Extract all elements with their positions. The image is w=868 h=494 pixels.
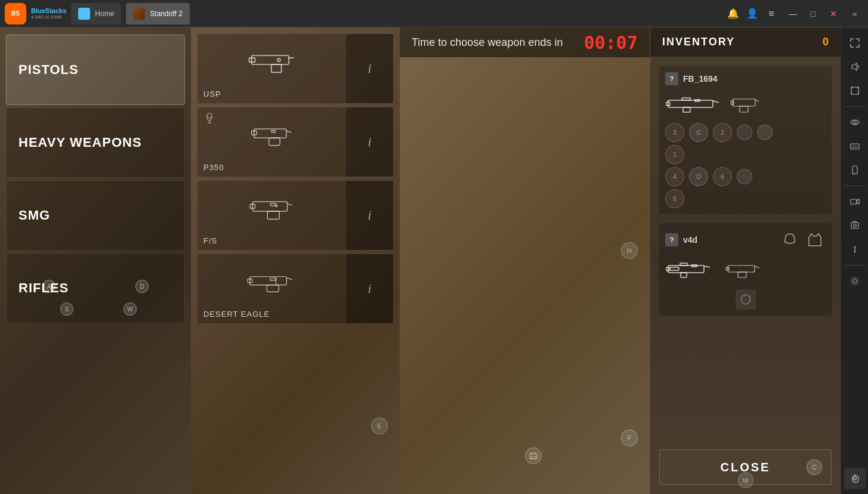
expand-icon[interactable]: [844, 32, 866, 54]
svg-line-41: [704, 266, 710, 267]
slot-row-2: 1: [665, 145, 826, 164]
weapon-usp-image: [203, 39, 339, 87]
weapon-desert-eagle[interactable]: DESERT EAGLE i: [197, 254, 394, 324]
window-controls: — □ ✕: [784, 5, 842, 22]
loadout-fb1694-name: FB_1694: [683, 74, 718, 84]
svg-rect-9: [269, 138, 280, 146]
minimize-button[interactable]: —: [784, 5, 801, 22]
secondary-weapon-svg: [728, 94, 761, 115]
svg-rect-12: [271, 131, 276, 132]
category-pistols[interactable]: PISTOLS: [6, 35, 185, 105]
usp-svg: [242, 47, 301, 79]
eye-icon[interactable]: [844, 112, 866, 133]
svg-rect-17: [270, 203, 275, 206]
v4d-secondary-svg: [725, 261, 761, 280]
notification-icon[interactable]: 🔔: [725, 5, 742, 22]
loadout-v4d-name: v4d: [683, 235, 697, 245]
timer-value: 00:07: [584, 32, 638, 53]
equipment-icons: [779, 229, 826, 251]
svg-rect-14: [267, 211, 279, 219]
key-h-hint: H: [621, 242, 638, 259]
keyboard-icon[interactable]: [844, 135, 866, 157]
slot-c: C: [689, 123, 708, 142]
svg-rect-43: [670, 267, 679, 270]
svg-rect-30: [683, 107, 690, 112]
side-divider-2: [844, 186, 866, 186]
slot-row-4: 5: [665, 189, 826, 208]
svg-rect-37: [668, 265, 704, 273]
fullscreen-icon[interactable]: [844, 80, 866, 101]
de-svg: [242, 267, 301, 300]
secondary-weapon-slot[interactable]: [728, 91, 761, 118]
settings-icon[interactable]: [844, 468, 866, 489]
tab-standoff2[interactable]: Standoff 2: [126, 3, 190, 24]
p350-svg: [242, 120, 301, 153]
close-key-hint: C: [807, 459, 822, 475]
p350-mic-icon: [203, 112, 215, 126]
svg-rect-20: [267, 285, 279, 292]
v4d-primary-slot[interactable]: [665, 257, 719, 283]
weapon-usp[interactable]: USP i: [197, 33, 394, 104]
weapon-p350-preview: P350: [197, 107, 345, 177]
svg-line-69: [852, 278, 853, 279]
category-smg[interactable]: SMG: [6, 180, 185, 251]
svg-rect-23: [270, 278, 276, 280]
weapon-p350-info[interactable]: i: [345, 107, 393, 177]
svg-point-50: [853, 121, 856, 124]
account-icon[interactable]: 👤: [744, 5, 761, 22]
loadout-fb1694-header: ? FB_1694: [665, 72, 826, 85]
svg-point-18: [276, 205, 277, 206]
primary-weapon-slot[interactable]: [665, 91, 722, 118]
maximize-button[interactable]: □: [805, 5, 821, 22]
video-icon[interactable]: [844, 191, 866, 212]
svg-rect-1: [271, 64, 282, 72]
bluestacks-logo: BS: [5, 3, 26, 24]
home-tab-icon: [78, 8, 90, 20]
slot-4: 4: [665, 167, 684, 186]
v4d-secondary-slot[interactable]: [725, 257, 761, 283]
weapon-de-info[interactable]: i: [345, 254, 393, 323]
weapon-categories-panel: PISTOLS HEAVY WEAPONS SMG RIFLES W A D S: [0, 27, 191, 494]
svg-rect-8: [254, 129, 286, 138]
category-rifles[interactable]: RIFLES W A D S: [6, 253, 185, 323]
collapse-icon[interactable]: «: [847, 5, 863, 22]
bluestacks-brand: BlueStacks 4.180.10.1006: [31, 7, 66, 20]
more-icon[interactable]: [844, 239, 866, 260]
slot-row-1: 3 C 2: [665, 123, 826, 142]
weapon-p350[interactable]: P350 i: [197, 107, 394, 177]
timer-bar: Time to choose weapon ends in 00:07: [400, 27, 650, 57]
tab-standoff2-label: Standoff 2: [150, 10, 183, 18]
right-side-panel: [841, 27, 868, 494]
tab-home[interactable]: Home: [71, 3, 121, 24]
loadout-fb1694: ? FB_1694: [659, 66, 832, 214]
category-heavy-weapons[interactable]: HEAVY WEAPONS: [6, 107, 185, 178]
menu-icon[interactable]: ≡: [763, 5, 780, 22]
svg-line-16: [288, 204, 292, 206]
timer-label: Time to choose weapon ends in: [412, 36, 584, 49]
weapon-fs-image: [203, 186, 339, 234]
volume-icon[interactable]: [844, 56, 866, 78]
play-area: Time to choose weapon ends in 00:07 H F: [400, 27, 650, 494]
weapon-fs-name: F/S: [203, 236, 217, 245]
screenshot-icon[interactable]: [844, 215, 866, 236]
inventory-count: 0: [823, 36, 829, 48]
brightness-icon[interactable]: [844, 270, 866, 292]
svg-point-63: [854, 251, 855, 253]
side-divider-1: [844, 106, 866, 107]
svg-rect-27: [668, 100, 713, 107]
loadout-v4d-weapons: [665, 257, 826, 283]
primary-weapon-svg: [665, 93, 722, 117]
svg-point-60: [853, 224, 856, 227]
side-divider-3: [844, 265, 866, 265]
phone-icon[interactable]: [844, 159, 866, 181]
weapon-fs-info[interactable]: i: [345, 181, 393, 250]
app-version: 4.180.10.1006: [31, 14, 66, 20]
svg-line-70: [857, 283, 858, 285]
shield-slot: [736, 289, 756, 310]
key-e-hint: E: [371, 418, 388, 434]
close-window-button[interactable]: ✕: [825, 5, 842, 22]
weapon-usp-preview: USP: [197, 34, 345, 103]
weapon-usp-info[interactable]: i: [345, 34, 393, 103]
weapon-fs[interactable]: F/S i: [197, 180, 394, 251]
svg-rect-51: [851, 144, 859, 149]
